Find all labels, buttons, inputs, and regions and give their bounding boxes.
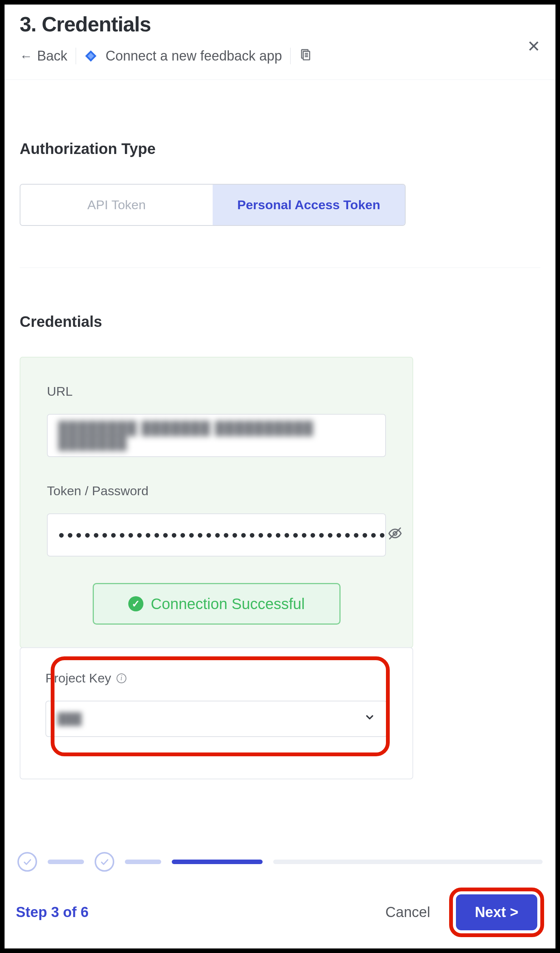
arrow-left-icon: ← [20, 49, 33, 64]
credentials-panel: URL ████████ ███████ ██████████ ███████ … [20, 357, 413, 648]
url-value-redacted: ████████ ███████ ██████████ ███████ [58, 421, 375, 450]
eye-off-icon[interactable] [388, 526, 402, 544]
next-button[interactable]: Next > [456, 894, 537, 930]
separator [290, 48, 291, 64]
auth-type-toggle: API Token Personal Access Token [20, 184, 406, 226]
back-button[interactable]: ← Back [20, 48, 67, 64]
progress-bar-current [172, 860, 263, 864]
breadcrumb: ← Back Connect a new feedback app [20, 48, 540, 64]
check-circle-icon: ✓ [128, 596, 143, 611]
info-icon[interactable]: i [117, 673, 126, 683]
progress-bar-remaining [273, 860, 543, 864]
project-key-select[interactable]: ███ [45, 701, 387, 737]
connection-status-text: Connection Successful [151, 595, 305, 613]
project-key-label: Project Key i [45, 671, 387, 686]
step-1-done-icon [17, 852, 37, 872]
divider [20, 267, 540, 268]
progress-bar-segment [48, 860, 84, 864]
progress-stepper [16, 852, 544, 872]
back-label: Back [37, 48, 67, 64]
project-key-label-text: Project Key [45, 671, 111, 686]
tab-api-token[interactable]: API Token [20, 185, 213, 225]
document-icon[interactable] [299, 48, 312, 64]
auth-type-heading: Authorization Type [20, 140, 540, 157]
wizard-footer: Step 3 of 6 Cancel Next > [5, 847, 555, 948]
separator [76, 48, 76, 64]
step-counter: Step 3 of 6 [16, 904, 89, 920]
step-2-done-icon [95, 852, 114, 872]
url-label: URL [47, 384, 386, 399]
url-input[interactable]: ████████ ███████ ██████████ ███████ [47, 414, 386, 457]
token-label: Token / Password [47, 483, 386, 498]
svg-rect-3 [303, 51, 310, 60]
token-input[interactable]: ●●●●●●●●●●●●●●●●●●●●●●●●●●●●●●●●●●●●●● [47, 513, 386, 557]
connection-status-badge: ✓ Connection Successful [93, 583, 341, 625]
progress-bar-segment [125, 860, 161, 864]
token-masked-value: ●●●●●●●●●●●●●●●●●●●●●●●●●●●●●●●●●●●●●● [58, 529, 388, 541]
chevron-down-icon [364, 712, 375, 726]
breadcrumb-text: Connect a new feedback app [106, 48, 282, 64]
tab-personal-access-token[interactable]: Personal Access Token [213, 185, 405, 225]
highlight-ring: Next > [449, 888, 544, 937]
project-key-value-redacted: ███ [58, 712, 82, 725]
project-key-card: Project Key i ███ [20, 647, 413, 779]
jira-icon [84, 50, 97, 62]
close-icon[interactable]: ✕ [527, 39, 540, 54]
credentials-heading: Credentials [20, 313, 540, 330]
page-title: 3. Credentials [20, 12, 540, 36]
cancel-button[interactable]: Cancel [386, 904, 430, 920]
